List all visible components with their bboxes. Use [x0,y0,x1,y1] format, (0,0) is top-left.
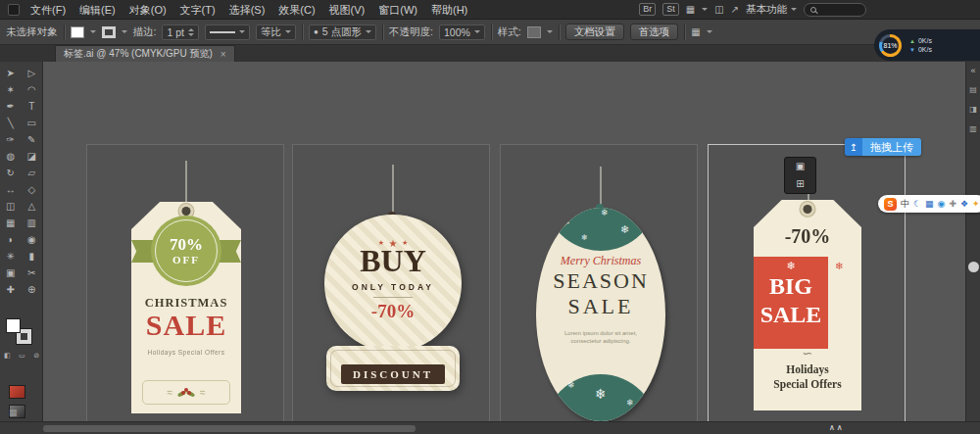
pencil-tool[interactable]: ✎ [22,131,43,148]
gradient-icon[interactable]: ▭ [19,352,25,360]
menu-object[interactable]: 对象(O) [122,0,173,20]
fill-swatch[interactable] [71,26,84,38]
lasso-tool[interactable]: ◠ [22,81,43,98]
width-profile-dropdown[interactable]: 等比 [256,24,296,40]
night-mode-icon[interactable]: ☾ [913,195,921,213]
menu-select[interactable]: 选择(S) [222,0,272,20]
symbol-sprayer-tool[interactable]: ✳ [0,248,22,265]
swatches-panel-icon[interactable]: ◨ [969,105,977,115]
rotate-tool[interactable]: ↻ [0,165,22,181]
scale-tool[interactable]: ▱ [22,165,43,181]
paintbrush-tool[interactable]: ✑ [0,131,22,148]
eraser-tool[interactable]: ◪ [22,148,43,165]
zoom-tool[interactable]: ⊕ [22,281,43,298]
artboard-tool[interactable]: ▣ [0,265,22,281]
rectangle-tool[interactable]: ▭ [22,115,43,131]
capture-icon[interactable]: ▣ [796,161,805,172]
menu-help[interactable]: 帮助(H) [424,0,474,20]
menu-effect[interactable]: 效果(C) [271,0,321,20]
width-tool[interactable]: ↔ [0,181,22,198]
horizontal-scrollbar-thumb[interactable] [43,425,416,432]
type-tool[interactable]: T [22,98,43,115]
share-icon[interactable]: ↗ [731,0,739,20]
floating-capture-toolbar[interactable]: ▣ ⊞ [784,157,816,194]
shape-builder-tool[interactable]: ◫ [0,198,22,215]
close-tab-icon[interactable]: × [220,49,226,60]
screen-mode-icon[interactable]: ▦ [9,408,18,417]
red-swatch[interactable] [9,385,25,399]
eyedropper-tool[interactable]: ◗ [0,231,22,248]
expand-icon[interactable]: ⊞ [796,178,804,190]
hand-tool[interactable]: ✚ [0,281,22,298]
fill-color-swatch[interactable] [6,318,21,333]
line-tool[interactable]: ╲ [0,115,22,131]
network-monitor-widget[interactable]: 81% ▲ 0K/s ▼ 0K/s [874,29,980,61]
menu-edit[interactable]: 编辑(E) [73,0,122,20]
ime-logo-icon[interactable]: S [884,198,897,211]
selection-tool[interactable]: ➤ [0,65,22,81]
style-label[interactable]: 样式: [498,25,521,39]
discount-banner: DISCOUNT [341,364,445,384]
stroke-label[interactable]: 描边: [133,25,157,39]
canvas[interactable]: 70% OFF CHRISTMAS SALE Holidays Special … [43,62,965,421]
document-setup-button[interactable]: 文档设置 [565,24,624,40]
document-tab[interactable]: 标签.ai @ 47% (CMYK/GPU 预览) × [55,45,235,62]
progress-ring: 81% [879,34,902,57]
arrange-documents-icon[interactable]: ▦ [686,0,695,20]
brush-dropdown[interactable]: ● 5 点圆形 [309,24,376,40]
menu-view[interactable]: 视图(V) [322,0,372,20]
style-swatch[interactable] [527,26,541,38]
direct-selection-tool[interactable]: ▷ [22,65,43,81]
menu-type[interactable]: 文字(T) [173,0,222,20]
chevron-down-icon[interactable] [547,30,553,33]
layout-icon[interactable]: ◫ [714,0,723,20]
bridge-button[interactable]: Br [639,3,656,16]
stock-button[interactable]: St [662,3,679,16]
keyboard-icon[interactable]: ▦ [925,195,934,213]
chevron-down-icon[interactable] [707,30,712,33]
drag-upload-button[interactable]: ↥ 拖拽上传 [845,138,921,156]
toolbox-icon[interactable]: ❖ [960,195,968,213]
mic-icon[interactable]: ◉ [938,195,946,213]
color-panel-icon[interactable]: ▤ [969,85,977,95]
chevron-down-icon[interactable] [122,30,127,33]
magic-wand-tool[interactable]: ✶ [0,81,22,98]
none-icon[interactable]: ⊘ [33,352,39,360]
ime-toolbar[interactable]: S 中 ☾ ▦ ◉ ✚ ❖ ✦ [878,195,980,213]
perspective-grid-tool[interactable]: △ [22,198,43,215]
blend-tool[interactable]: ◉ [22,231,43,248]
mesh-tool[interactable]: ▦ [0,215,22,231]
chevron-down-icon[interactable] [90,30,96,33]
blob-brush-tool[interactable]: ◍ [0,148,22,165]
align-panel-icon[interactable]: ▦ [691,23,700,42]
gradient-tool[interactable]: ▥ [22,215,43,231]
download-arrow-icon: ▼ [909,47,915,53]
stroke-width-dropdown[interactable]: 1 pt [162,24,199,40]
stepper-icon[interactable] [188,28,194,36]
opacity-dropdown[interactable]: 100% [439,24,485,40]
slice-tool[interactable]: ✂ [22,265,43,281]
expand-panels-icon[interactable]: « [970,66,975,75]
opacity-label[interactable]: 不透明度: [389,25,433,39]
layers-panel-icon[interactable]: ▥ [969,124,977,134]
variable-width-dropdown[interactable] [205,24,250,40]
search-box[interactable] [804,3,866,17]
upload-label: 拖拽上传 [862,138,921,156]
menu-window[interactable]: 窗口(W) [371,0,424,20]
stroke-swatch[interactable] [102,26,116,38]
plus-icon[interactable]: ✚ [949,195,956,213]
column-graph-tool[interactable]: ▮ [22,248,43,265]
free-transform-tool[interactable]: ◇ [22,181,43,198]
chinese-mode-icon[interactable]: 中 [901,195,909,213]
snowflake-icon: ❄ [567,380,575,390]
search-input[interactable] [820,4,859,16]
document-tab-title: 标签.ai @ 47% (CMYK/GPU 预览) [64,47,213,61]
color-icon[interactable]: ◧ [4,352,11,360]
red-banner: ❄ BIG SALE [754,257,828,349]
workspace-switcher[interactable]: 基本功能 [746,3,797,17]
dock-knob[interactable] [968,262,979,272]
menu-file[interactable]: 文件(F) [24,0,73,20]
pen-tool[interactable]: ✒ [0,98,22,115]
preferences-button[interactable]: 首选项 [630,24,679,40]
skin-icon[interactable]: ✦ [972,195,980,213]
